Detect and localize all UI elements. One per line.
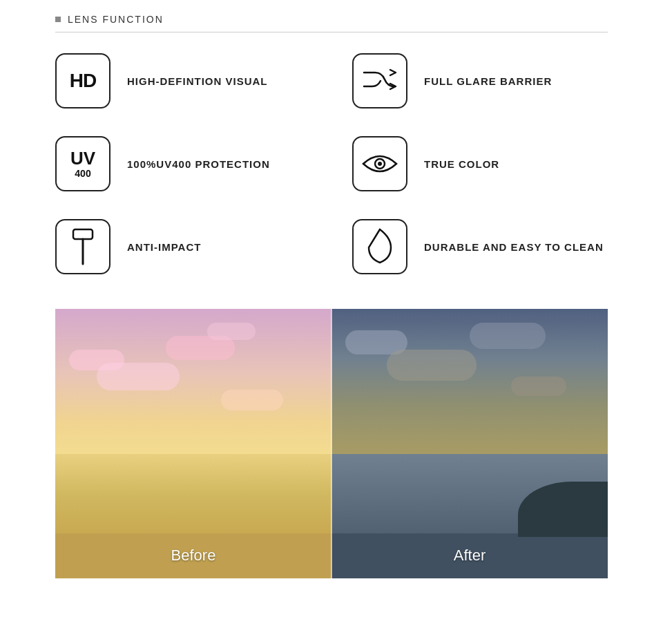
clean-icon-box xyxy=(352,219,407,274)
shuffle-icon xyxy=(363,67,397,95)
impact-label: ANTI-IMPACT xyxy=(127,241,201,253)
hd-label: HIGH-DEFINTION VISUAL xyxy=(127,75,268,87)
feature-uv: UV 400 100%UV400 PROTECTION xyxy=(55,136,311,191)
section-header: LENS FUNCTION xyxy=(55,14,608,32)
uv-icon: UV 400 xyxy=(70,149,95,179)
svg-rect-2 xyxy=(73,229,93,239)
droplet-icon xyxy=(366,228,394,265)
before-panel: Before xyxy=(55,309,332,578)
comparison-container: Before After xyxy=(55,309,608,578)
hd-icon: HD xyxy=(70,70,96,92)
section-title: LENS FUNCTION xyxy=(68,14,164,25)
impact-icon-box xyxy=(55,219,110,274)
svg-point-1 xyxy=(378,162,382,166)
hd-icon-box: HD xyxy=(55,53,110,108)
after-label: After xyxy=(454,547,486,565)
color-label: TRUE COLOR xyxy=(424,158,499,170)
uv-icon-box: UV 400 xyxy=(55,136,110,191)
feature-color: TRUE COLOR xyxy=(352,136,608,191)
clean-label: DURABLE AND EASY TO CLEAN xyxy=(424,241,604,253)
glare-icon-box xyxy=(352,53,407,108)
hammer-icon xyxy=(68,228,98,265)
after-panel: After xyxy=(332,309,608,578)
before-label: Before xyxy=(171,547,216,565)
feature-impact: ANTI-IMPACT xyxy=(55,219,311,274)
color-icon-box xyxy=(352,136,407,191)
feature-clean: DURABLE AND EASY TO CLEAN xyxy=(352,219,608,274)
header-indicator xyxy=(55,17,61,22)
eye-icon xyxy=(361,151,398,176)
features-grid: HD HIGH-DEFINTION VISUAL FULL GLARE BARR… xyxy=(55,53,608,274)
comparison-divider xyxy=(331,309,332,578)
feature-hd: HD HIGH-DEFINTION VISUAL xyxy=(55,53,311,108)
glare-label: FULL GLARE BARRIER xyxy=(424,75,552,87)
feature-glare: FULL GLARE BARRIER xyxy=(352,53,608,108)
uv-label: 100%UV400 PROTECTION xyxy=(127,158,270,170)
